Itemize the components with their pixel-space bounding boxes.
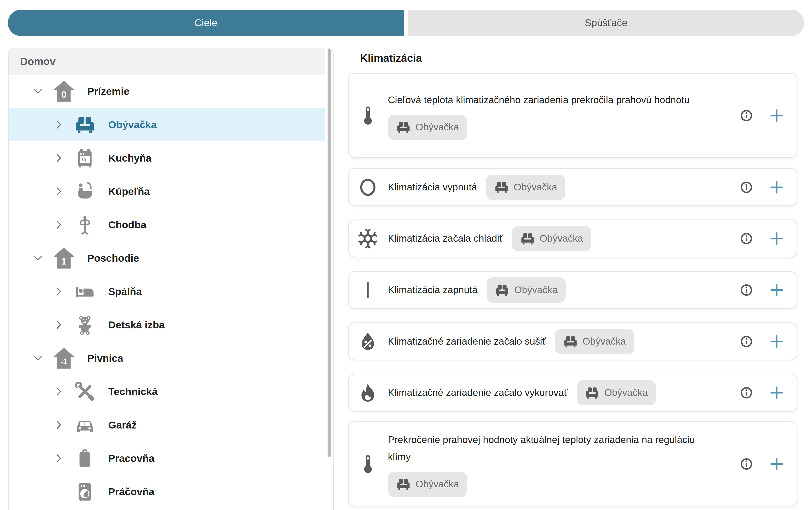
sidebar-item-kuchyna[interactable]: Kuchyňa	[8, 141, 325, 175]
car-icon	[74, 414, 96, 436]
trigger-card: Klimatizácia začala chladiť Obývačka	[348, 219, 798, 258]
tree-item-label: Poschodie	[87, 252, 139, 264]
room-tag: Obývačka	[577, 380, 656, 406]
sidebar-item-garaz[interactable]: Garáž	[8, 408, 325, 442]
sidebar-item-pracovna-laundry[interactable]: Práčovňa	[8, 475, 325, 508]
info-icon[interactable]	[738, 456, 754, 472]
chevron-right-icon[interactable]	[53, 386, 64, 397]
sidebar-item-spalna[interactable]: Spálňa	[8, 275, 325, 308]
chevron-right-icon[interactable]	[53, 119, 64, 130]
page-title: Klimatizácia	[360, 52, 422, 64]
couch-icon	[74, 114, 96, 136]
room-tag: Obývačka	[388, 115, 467, 140]
teddy-bear-icon	[74, 314, 96, 335]
room-tag-label: Obývačka	[583, 336, 626, 347]
add-icon[interactable]	[769, 282, 784, 298]
chevron-right-icon[interactable]	[53, 219, 64, 230]
power-on-icon	[357, 279, 379, 301]
info-icon[interactable]	[738, 231, 754, 246]
room-tag: Obývačka	[487, 277, 566, 303]
tree-item-label: Kuchyňa	[108, 152, 152, 164]
tools-icon	[74, 381, 96, 402]
coat-rack-icon	[74, 214, 96, 236]
couch-icon	[563, 334, 578, 349]
sidebar-item-poschodie[interactable]: 1 Poschodie	[8, 241, 325, 275]
info-icon[interactable]	[738, 385, 754, 400]
sidebar-item-prizemie[interactable]: 0 Prízemie	[8, 74, 325, 108]
chevron-right-icon[interactable]	[53, 453, 64, 464]
trigger-text: Prekročenie prahovej hodnoty aktuálnej t…	[388, 431, 701, 466]
tree-item-label: Obývačka	[108, 119, 156, 130]
trigger-text: Klimatizačné zariadenie začalo vykurovať	[388, 387, 568, 398]
room-tag-label: Obývačka	[540, 233, 583, 244]
add-icon[interactable]	[769, 456, 784, 472]
chevron-right-icon[interactable]	[53, 286, 64, 297]
info-icon[interactable]	[738, 334, 754, 349]
info-icon[interactable]	[738, 108, 754, 123]
sidebar-item-technicka[interactable]: Technická	[8, 375, 325, 408]
tree-item-label: Kúpeľňa	[108, 186, 150, 197]
tree-item-label: Detská izba	[108, 319, 165, 331]
sidebar-item-pivnica[interactable]: -1 Pivnica	[8, 341, 325, 375]
room-tag-label: Obývačka	[415, 122, 459, 133]
sidebar-item-pracovna[interactable]: Pracovňa	[8, 442, 325, 475]
tab-goals[interactable]: Ciele	[8, 10, 404, 36]
trigger-text: Cieľová teplota klimatizačného zariadeni…	[388, 91, 701, 109]
room-tag-label: Obývačka	[415, 479, 459, 490]
couch-icon	[396, 477, 411, 492]
bed-icon	[74, 281, 96, 302]
room-tag-label: Obývačka	[604, 387, 648, 398]
add-icon[interactable]	[769, 231, 784, 246]
svg-text:1: 1	[61, 256, 66, 266]
info-icon[interactable]	[738, 282, 754, 298]
tab-triggers[interactable]: Spúšťače	[408, 10, 804, 36]
trigger-card: Klimatizácia zapnutá Obývačka	[348, 271, 798, 309]
couch-icon	[585, 385, 600, 400]
trigger-card-list: Cieľová teplota klimatizačného zariadeni…	[348, 73, 798, 507]
chevron-down-icon[interactable]	[32, 252, 44, 264]
chevron-right-icon[interactable]	[53, 152, 64, 163]
house-floor-minus-1-icon: -1	[52, 346, 76, 370]
chevron-down-icon[interactable]	[32, 86, 44, 97]
thermometer-icon	[357, 104, 379, 126]
sidebar-scrollbar[interactable]	[327, 49, 331, 457]
couch-icon	[494, 180, 509, 195]
flame-icon	[357, 382, 379, 404]
trigger-card: Klimatizačné zariadenie začalo sušiť Obý…	[348, 323, 798, 360]
tree-item-label: Spálňa	[108, 286, 142, 297]
add-icon[interactable]	[769, 334, 784, 349]
power-off-icon	[357, 176, 379, 198]
tree-item-label: Pivnica	[87, 353, 123, 364]
tab-goals-label: Ciele	[195, 17, 218, 29]
sidebar-item-chodba[interactable]: Chodba	[8, 208, 325, 241]
trigger-text: Klimatizačné zariadenie začalo sušiť	[388, 336, 546, 347]
sidebar-item-obyvacka[interactable]: Obývačka	[8, 108, 325, 141]
chevron-right-icon[interactable]	[53, 419, 64, 430]
info-icon[interactable]	[738, 179, 754, 195]
svg-text:-1: -1	[61, 358, 67, 366]
sidebar-item-detska-izba[interactable]: Detská izba	[8, 308, 325, 341]
add-icon[interactable]	[769, 108, 784, 123]
add-icon[interactable]	[769, 180, 784, 195]
stove-icon	[74, 147, 96, 169]
trigger-card: Cieľová teplota klimatizačného zariadeni…	[348, 73, 798, 158]
chevron-right-icon[interactable]	[53, 186, 64, 197]
svg-text:0: 0	[61, 89, 66, 100]
room-tag: Obývačka	[555, 329, 634, 354]
chevron-down-icon[interactable]	[32, 353, 44, 364]
trigger-card: Prekročenie prahovej hodnoty aktuálnej t…	[348, 421, 798, 506]
couch-icon	[520, 231, 535, 246]
room-tag-label: Obývačka	[514, 182, 557, 193]
trigger-text: Klimatizácia začala chladiť	[388, 233, 503, 244]
sidebar-item-kupelna[interactable]: Kúpeľňa	[8, 175, 325, 208]
chevron-right-icon[interactable]	[53, 319, 64, 330]
tree-item-label: Garáž	[108, 419, 137, 431]
room-tag: Obývačka	[512, 226, 591, 251]
couch-icon	[396, 120, 411, 134]
tab-bar: Ciele Spúšťače	[8, 10, 804, 36]
room-tree-panel: Domov 0 Prízemie Obývačka Kuchyňa Kúpeľň…	[8, 48, 334, 510]
add-icon[interactable]	[769, 385, 784, 400]
trigger-card: Klimatizácia vypnutá Obývačka	[348, 168, 798, 206]
tree-item-label: Prízemie	[87, 86, 129, 97]
trigger-text: Klimatizácia zapnutá	[388, 284, 477, 296]
